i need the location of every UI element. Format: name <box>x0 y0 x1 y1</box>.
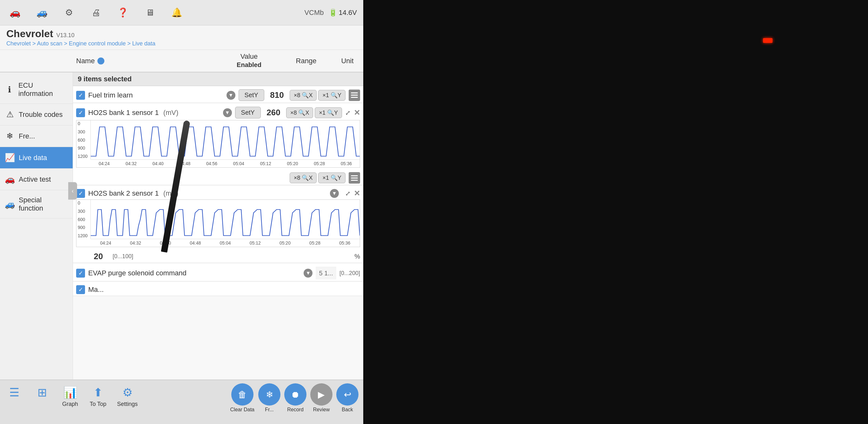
sidebar-item-activetest[interactable]: 🚗 Active test <box>0 169 73 190</box>
graph-view-btn[interactable]: 📊 Graph <box>57 383 83 410</box>
checkbox-partial[interactable]: ✓ <box>76 285 85 294</box>
header-area: Chevrolet V13.10 Chevrolet > Auto scan >… <box>0 25 363 50</box>
dropdown-ho2s-bank1[interactable]: ▼ <box>223 108 232 117</box>
menu-btn-fuel-trim[interactable] <box>349 90 360 101</box>
close-ho2s-bank2[interactable]: ✕ <box>354 189 360 198</box>
unit-ho2s-bank2: % <box>354 253 360 260</box>
help-icon[interactable]: ❓ <box>114 4 132 21</box>
row-name-partial: Ma... <box>88 285 360 294</box>
sidebar-item-freeze[interactable]: ❄ Fre... <box>0 125 73 147</box>
zoom-x8-ho2s-bank1[interactable]: ×8 🔍X <box>286 107 313 118</box>
gear-settings-icon: ⚙ <box>122 386 133 399</box>
sidebar-label-special: Special function <box>19 196 68 213</box>
checkbox-ho2s-bank1[interactable]: ✓ <box>76 108 85 117</box>
zoom-controls-fuel-trim: ×8 🔍X ×1 🔍Y <box>290 90 345 101</box>
sidebar: ℹ ECU information ⚠ Trouble codes ❄ Fre.… <box>0 73 73 379</box>
y-axis-bank1: 1200 900 600 300 0 <box>76 120 91 160</box>
clear-data-label: Clear Data <box>230 407 254 413</box>
sidebar-label-livedata: Live data <box>19 154 47 162</box>
menu-btn-bank1[interactable] <box>349 172 360 183</box>
breadcrumb[interactable]: Chevrolet > Auto scan > Engine control m… <box>6 40 357 47</box>
row-ho2s-bank1-header: ✓ HO2S bank 1 sensor 1 (mV) ▼ SetY 260 ×… <box>73 104 363 120</box>
all-items-btn[interactable]: ⊞ <box>30 383 55 403</box>
info-dot <box>97 57 104 64</box>
column-headers: Name Value Enabled Range Unit <box>0 50 363 73</box>
sety-btn-ho2s-bank1[interactable]: SetY <box>235 107 261 118</box>
graph-ho2s-bank2: 1200 900 600 300 0 <box>73 199 363 250</box>
record-label: Record <box>287 407 304 413</box>
dropdown-ho2s-bank2[interactable]: ▼ <box>330 189 339 198</box>
settings-icon[interactable]: ⚙ <box>60 4 78 21</box>
brand-logo: VCMb <box>304 8 323 17</box>
activetest-icon: 🚗 <box>5 174 15 184</box>
to-top-btn[interactable]: ⬆ To Top <box>85 383 111 410</box>
data-rows-container: ✓ Fuel trim learn ▼ SetY 810 ×8 🔍X ×1 🔍Y <box>73 86 363 379</box>
items-bar: 9 items selected <box>73 73 363 86</box>
sidebar-item-trouble[interactable]: ⚠ Trouble codes <box>0 104 73 125</box>
back-btn[interactable]: ↩ <box>336 383 359 405</box>
graph-ho2s-bank1: 1200 900 600 300 0 <box>73 120 363 171</box>
freeze-action: ❄ Fr... <box>258 383 280 413</box>
checkbox-evap[interactable]: ✓ <box>76 269 85 278</box>
graph-container-bank2: 1200 900 600 300 0 <box>76 199 360 247</box>
sidebar-label-ecu: ECU information <box>19 81 68 98</box>
expand-ho2s-bank2[interactable]: ⤢ <box>345 190 350 197</box>
sidebar-item-ecu[interactable]: ℹ ECU information <box>0 76 73 104</box>
expand-ho2s-bank1[interactable]: ⤢ <box>345 109 350 117</box>
row-extra-bank2: 20 [0...100] % <box>73 250 363 263</box>
sidebar-label-trouble: Trouble codes <box>19 111 63 119</box>
screen-icon[interactable]: 🖥 <box>141 4 159 21</box>
row-name-fuel-trim: Fuel trim learn <box>88 91 223 100</box>
car-alt-icon[interactable]: 🚙 <box>33 4 51 21</box>
partial-value-evap: 5 1... <box>316 267 336 280</box>
checkbox-fuel-trim[interactable]: ✓ <box>76 91 85 100</box>
row-name-ho2s-bank2: HO2S bank 2 sensor 1 (mV) <box>88 189 327 198</box>
zoom-x1-ho2s-bank1[interactable]: ×1 🔍Y <box>315 107 342 118</box>
zoom-controls-bank1-bottom: ×8 🔍X ×1 🔍Y <box>290 172 345 183</box>
zoom-x1-bank1-b[interactable]: ×1 🔍Y <box>318 172 345 183</box>
list-view-btn[interactable]: ☰ <box>2 383 27 403</box>
zoom-row-bank1: ×8 🔍X ×1 🔍Y <box>73 171 363 185</box>
checkbox-ho2s-bank2[interactable]: ✓ <box>76 189 85 198</box>
dropdown-evap[interactable]: ▼ <box>304 269 312 278</box>
review-btn[interactable]: ▶ <box>310 383 333 405</box>
row-ho2s-bank2: ✓ HO2S bank 2 sensor 1 (mV) ▼ ⤢ ✕ <box>73 186 363 263</box>
content-area: ℹ ECU information ⚠ Trouble codes ❄ Fre.… <box>0 73 363 379</box>
review-action: ▶ Review <box>310 383 333 413</box>
value-ho2s-bank1: 260 <box>264 108 283 117</box>
red-light-indicator <box>763 38 773 43</box>
version-text: V13.10 <box>57 32 74 39</box>
special-icon: 🚙 <box>5 199 15 209</box>
record-btn[interactable]: ⏺ <box>284 383 307 405</box>
zoom-x8-fuel-trim[interactable]: ×8 🔍X <box>290 90 317 101</box>
clear-data-btn[interactable]: 🗑 <box>231 383 253 405</box>
close-ho2s-bank1[interactable]: ✕ <box>354 108 360 117</box>
zoom-x8-bank1-b[interactable]: ×8 🔍X <box>290 172 317 183</box>
sety-btn-fuel-trim[interactable]: SetY <box>239 89 264 101</box>
notification-icon[interactable]: 🔔 <box>168 4 186 21</box>
y-axis-bank2: 1200 900 600 300 0 <box>76 200 91 239</box>
row-fuel-trim: ✓ Fuel trim learn ▼ SetY 810 ×8 🔍X ×1 🔍Y <box>73 86 363 103</box>
review-label: Review <box>313 407 330 413</box>
zoom-x1-fuel-trim[interactable]: ×1 🔍Y <box>318 90 345 101</box>
items-count: 9 items selected <box>78 75 132 83</box>
print-icon[interactable]: 🖨 <box>87 4 105 21</box>
dropdown-fuel-trim[interactable]: ▼ <box>226 91 236 100</box>
graph-label: Graph <box>62 401 78 407</box>
list-icon: ☰ <box>9 386 19 399</box>
sidebar-label-activetest: Active test <box>19 175 51 183</box>
sidebar-item-livedata[interactable]: 📈 Live data <box>0 147 73 169</box>
sidebar-item-special[interactable]: 🚙 Special function <box>0 190 73 219</box>
value-ho2s-bank2: 20 <box>89 252 108 261</box>
freeze-icon: ❄ <box>5 131 15 141</box>
settings-btn[interactable]: ⚙ Settings <box>113 383 142 410</box>
freeze-btn[interactable]: ❄ <box>258 383 280 405</box>
sidebar-collapse-arrow[interactable]: ‹ <box>68 182 77 199</box>
car-icon[interactable]: 🚗 <box>6 4 24 21</box>
toolbar-right: VCMb 🔋 14.6V <box>304 8 357 17</box>
tablet-screen: 🚗 🚙 ⚙ 🖨 ❓ 🖥 🔔 VCMb 🔋 14.6V Chevrolet V13… <box>0 0 363 424</box>
right-dark-area <box>363 0 868 424</box>
graph-container-bank1: 1200 900 600 300 0 <box>76 120 360 168</box>
row-fuel-trim-header: ✓ Fuel trim learn ▼ SetY 810 ×8 🔍X ×1 🔍Y <box>73 86 363 103</box>
col-value-header: Value Enabled <box>220 52 278 69</box>
